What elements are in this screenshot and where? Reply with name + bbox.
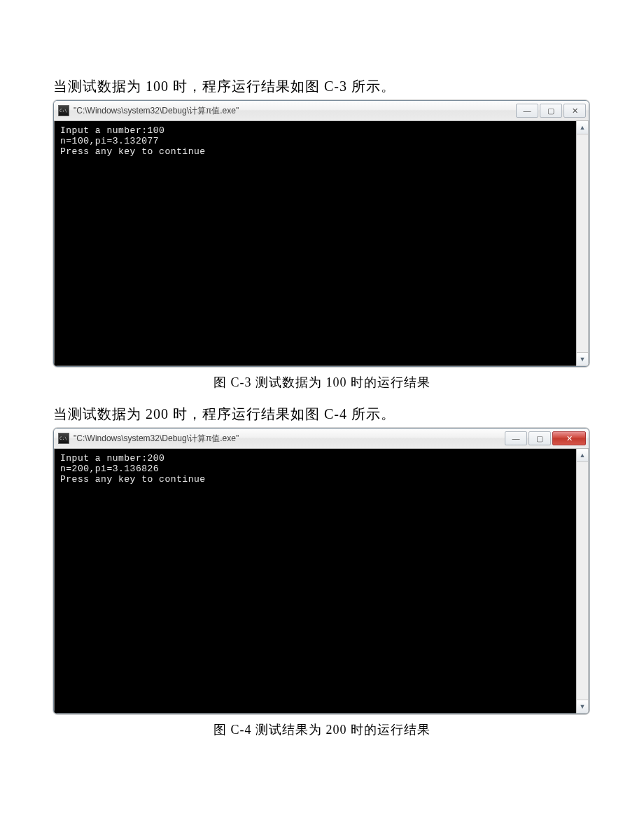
console-body-2: Input a number:200 n=200,pi=3.136826 Pre…	[54, 449, 589, 714]
console-output-1: Input a number:100 n=100,pi=3.132077 Pre…	[54, 121, 576, 366]
scrollbar-1[interactable]: ▲ ▼	[576, 121, 589, 366]
figure-caption-2: 图 C-4 测试结果为 200 时的运行结果	[53, 721, 591, 738]
scroll-up-icon[interactable]: ▲	[577, 449, 588, 462]
close-button[interactable]: ✕	[564, 104, 586, 118]
figure-caption-1: 图 C-3 测试数据为 100 时的运行结果	[53, 374, 591, 391]
maximize-button[interactable]: ▢	[540, 104, 562, 118]
titlebar-1: "C:\Windows\system32\Debug\计算π值.exe" — ▢…	[54, 101, 589, 121]
minimize-button[interactable]: —	[516, 104, 538, 118]
console-output-2: Input a number:200 n=200,pi=3.136826 Pre…	[54, 449, 576, 714]
close-button[interactable]: ✕	[552, 431, 586, 445]
window-title-2: "C:\Windows\system32\Debug\计算π值.exe"	[74, 433, 505, 445]
maximize-button[interactable]: ▢	[528, 431, 551, 445]
scrollbar-2[interactable]: ▲ ▼	[576, 449, 589, 714]
intro-text-1: 当测试数据为 100 时，程序运行结果如图 C-3 所示。	[53, 77, 591, 96]
app-icon	[58, 433, 69, 444]
minimize-button[interactable]: —	[505, 431, 527, 445]
console-window-2: "C:\Windows\system32\Debug\计算π值.exe" — ▢…	[53, 428, 589, 714]
document-page: 当测试数据为 100 时，程序运行结果如图 C-3 所示。 "C:\Window…	[0, 0, 644, 780]
scroll-down-icon[interactable]: ▼	[577, 700, 588, 713]
scroll-down-icon[interactable]: ▼	[577, 352, 588, 366]
window-title-1: "C:\Windows\system32\Debug\计算π值.exe"	[74, 105, 516, 117]
console-body-1: Input a number:100 n=100,pi=3.132077 Pre…	[54, 121, 589, 366]
titlebar-2: "C:\Windows\system32\Debug\计算π值.exe" — ▢…	[54, 429, 589, 449]
intro-text-2: 当测试数据为 200 时，程序运行结果如图 C-4 所示。	[53, 405, 591, 424]
scroll-up-icon[interactable]: ▲	[577, 121, 588, 134]
window-controls-2: — ▢ ✕	[505, 431, 586, 445]
app-icon	[58, 105, 69, 116]
window-controls-1: — ▢ ✕	[516, 104, 586, 118]
console-window-1: "C:\Windows\system32\Debug\计算π值.exe" — ▢…	[53, 100, 589, 367]
